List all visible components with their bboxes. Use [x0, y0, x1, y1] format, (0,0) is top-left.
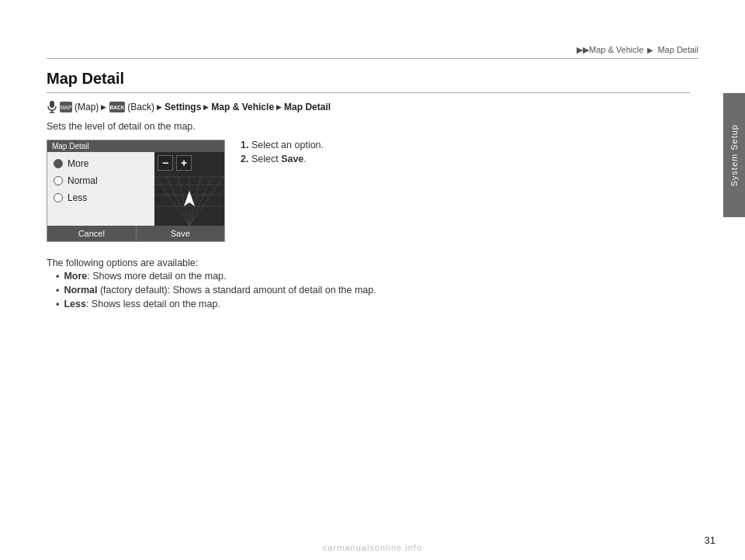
svg-text:MAP: MAP — [60, 105, 72, 110]
nav-arrow-1: ▶ — [101, 103, 106, 111]
page-number: 31 — [705, 534, 716, 546]
bullet-normal: • Normal (factory default): Shows a stan… — [47, 285, 691, 296]
svg-rect-0 — [50, 101, 54, 108]
nav-map-label: (Map) — [74, 102, 99, 112]
ui-map-view: − + — [154, 152, 224, 226]
nav-map-vehicle: Map & Vehicle — [211, 102, 274, 112]
option-more[interactable]: More — [47, 155, 154, 172]
nav-map-detail: Map Detail — [284, 102, 331, 112]
nav-arrow-3: ▶ — [203, 103, 209, 111]
zoom-in-button[interactable]: + — [176, 155, 192, 171]
page-title: Map Detail — [47, 70, 691, 93]
cancel-button[interactable]: Cancel — [47, 226, 137, 241]
step2-text: Select — [248, 154, 281, 164]
radio-normal — [54, 176, 63, 185]
ui-screenshot: Map Detail More Normal Less — [47, 140, 225, 242]
option-normal[interactable]: Normal — [47, 172, 154, 189]
following-text: The following options are available: — [47, 258, 691, 268]
option-less-label: Less — [68, 192, 87, 203]
watermark: carmanualsonline.info — [323, 543, 422, 552]
map-controls: − + — [158, 155, 192, 171]
step1-num: 1. — [241, 140, 248, 150]
bullet-less-text: Less: Shows less detail on the map. — [64, 299, 220, 309]
step-1: 1. Select an option. — [241, 140, 691, 150]
zoom-out-button[interactable]: − — [158, 155, 173, 171]
save-button[interactable]: Save — [137, 226, 225, 241]
nav-path: MAP (Map) ▶ BACK (Back) ▶ Settings ▶ Map… — [47, 101, 691, 113]
breadcrumb-part2: Map Detail — [657, 45, 698, 54]
bullet-dot-more: • — [56, 271, 59, 282]
side-tab-label: System Setup — [729, 124, 739, 186]
bullet-dot-normal: • — [56, 285, 59, 296]
breadcrumb-arrow1: ▶ — [647, 46, 653, 54]
ui-footer: Cancel Save — [47, 226, 224, 241]
option-less[interactable]: Less — [47, 189, 154, 206]
mic-icon — [47, 101, 57, 113]
header-area: ▶▶Map & Vehicle ▶ Map Detail — [47, 45, 698, 70]
svg-text:BACK: BACK — [110, 105, 125, 110]
bullet-more-text: More: Shows more detail on the map. — [64, 271, 226, 282]
back-icon: BACK — [109, 101, 126, 113]
content-area: Map Detail More Normal Less — [47, 140, 691, 250]
main-content: Map Detail MAP (Map) ▶ BACK (Back) ▶ S — [47, 70, 691, 313]
bullet-more: • More: Shows more detail on the map. — [47, 271, 691, 282]
options-list: The following options are available: • M… — [47, 258, 691, 310]
map-icon: MAP — [59, 101, 73, 113]
option-more-label: More — [68, 158, 88, 169]
bullet-dot-less: • — [56, 299, 59, 310]
step2-num: 2. — [241, 154, 248, 164]
option-normal-label: Normal — [68, 175, 98, 186]
nav-arrow-2: ▶ — [157, 103, 162, 111]
breadcrumb: ▶▶Map & Vehicle ▶ Map Detail — [47, 45, 698, 59]
breadcrumb-prefix: ▶▶ — [577, 45, 589, 54]
bullet-less: • Less: Shows less detail on the map. — [47, 299, 691, 310]
step2-end: . — [303, 154, 306, 164]
step2-bold: Save — [281, 154, 303, 164]
bullet-normal-text: Normal (factory default): Shows a standa… — [64, 285, 376, 296]
description-text: Sets the level of detail on the map. — [47, 121, 691, 132]
radio-more — [54, 159, 63, 168]
nav-settings: Settings — [165, 102, 201, 112]
nav-arrow-4: ▶ — [276, 103, 282, 111]
step1-text: Select an option. — [248, 140, 324, 150]
ui-options-panel: More Normal Less — [47, 152, 154, 226]
side-tab: System Setup — [723, 93, 745, 217]
nav-back-label: (Back) — [127, 102, 154, 112]
breadcrumb-part1: Map & Vehicle — [589, 45, 643, 54]
step-2: 2. Select Save. — [241, 154, 691, 164]
radio-less — [54, 193, 63, 202]
instructions: 1. Select an option. 2. Select Save. — [241, 140, 691, 164]
ui-titlebar: Map Detail — [47, 140, 224, 152]
ui-body: More Normal Less — [47, 152, 224, 226]
